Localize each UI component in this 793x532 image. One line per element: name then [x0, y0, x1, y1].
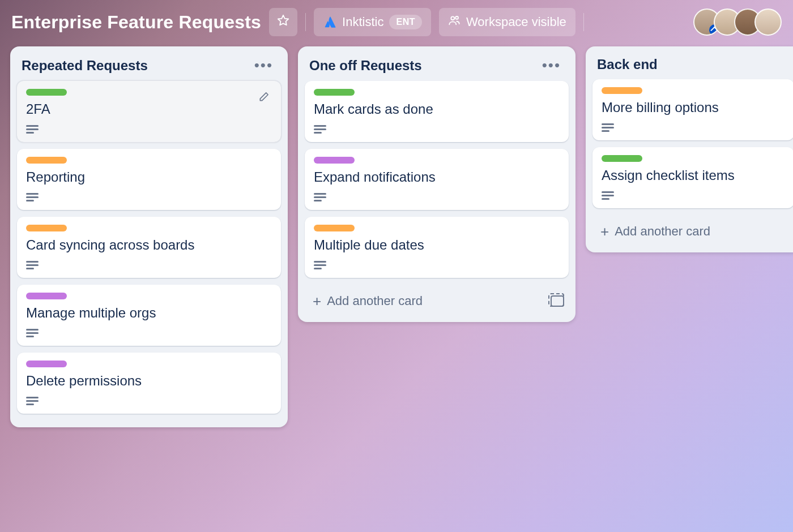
list-title[interactable]: Repeated Requests [22, 58, 251, 74]
atlassian-logo-icon [323, 15, 336, 29]
card-label[interactable] [602, 155, 642, 162]
workspace-button[interactable]: Inktistic ENT [314, 8, 431, 36]
divider [583, 13, 584, 31]
workspace-tier-badge: ENT [389, 15, 422, 29]
card-title: 2FA [26, 101, 272, 117]
star-icon [277, 14, 289, 30]
plus-icon: + [313, 294, 321, 308]
card-label[interactable] [314, 225, 355, 231]
add-card-button[interactable]: + Add another card [309, 289, 544, 313]
card-label[interactable] [26, 89, 67, 96]
visibility-button[interactable]: Workspace visible [439, 8, 575, 36]
list-header: Back end [592, 53, 793, 79]
list-title[interactable]: Back end [597, 57, 790, 72]
card[interactable]: Expand notifications [305, 149, 569, 210]
card-title: Card syncing across boards [26, 237, 272, 253]
member-avatar[interactable] [754, 8, 782, 36]
description-icon [26, 261, 39, 270]
board-canvas: Repeated Requests ••• 2FA Reporting Card… [0, 46, 793, 527]
card[interactable]: Card syncing across boards [17, 217, 281, 278]
card-label[interactable] [26, 225, 67, 231]
list-repeated-requests: Repeated Requests ••• 2FA Reporting Card… [10, 46, 288, 427]
card-title: Assign checklist items [602, 168, 785, 183]
card-label[interactable] [26, 157, 67, 164]
card-template-button[interactable] [551, 295, 564, 307]
list-one-off-requests: One off Requests ••• Mark cards as done … [298, 46, 575, 322]
people-icon [448, 14, 461, 30]
card-label[interactable] [26, 361, 67, 367]
card-title: Multiple due dates [314, 237, 560, 253]
svg-point-2 [455, 16, 458, 19]
list-title[interactable]: One off Requests [309, 58, 539, 74]
card[interactable]: Mark cards as done [305, 81, 569, 142]
card-title: More billing options [602, 100, 785, 115]
description-icon [26, 329, 39, 338]
card-label[interactable] [26, 293, 67, 299]
board-members [693, 8, 782, 36]
card[interactable]: 2FA [17, 81, 281, 142]
divider [305, 13, 306, 31]
svg-marker-0 [278, 15, 288, 25]
card-label[interactable] [314, 89, 355, 96]
card[interactable]: Assign checklist items [592, 147, 793, 208]
description-icon [602, 191, 614, 200]
list-back-end: Back end More billing options Assign che… [586, 46, 793, 252]
add-card-label: Add another card [327, 294, 423, 308]
list-header: One off Requests ••• [305, 53, 569, 81]
svg-point-1 [451, 16, 454, 20]
description-icon [314, 193, 326, 202]
card-title: Mark cards as done [314, 101, 560, 117]
add-card-button[interactable]: + Add another card [597, 220, 790, 243]
list-menu-button[interactable]: ••• [251, 57, 276, 74]
list-menu-button[interactable]: ••• [539, 57, 564, 74]
ellipsis-icon: ••• [542, 57, 561, 74]
card-title: Expand notifications [314, 169, 560, 185]
edit-card-button[interactable] [255, 89, 273, 107]
ellipsis-icon: ••• [254, 57, 273, 74]
list-footer: + Add another card [592, 215, 793, 246]
card[interactable]: Manage multiple orgs [17, 285, 281, 346]
pencil-icon [258, 91, 270, 105]
card-title: Delete permissions [26, 373, 272, 389]
card-title: Manage multiple orgs [26, 305, 272, 321]
plus-icon: + [600, 224, 609, 239]
card[interactable]: More billing options [592, 79, 793, 140]
description-icon [26, 125, 39, 134]
description-icon [314, 125, 326, 134]
list-footer: + Add another card [305, 285, 569, 315]
star-button[interactable] [269, 8, 297, 36]
board-title[interactable]: Enterprise Feature Requests [11, 12, 261, 33]
card[interactable]: Reporting [17, 149, 281, 210]
description-icon [26, 193, 39, 202]
board-header: Enterprise Feature Requests Inktistic EN… [0, 0, 793, 46]
list-header: Repeated Requests ••• [17, 53, 281, 81]
description-icon [602, 123, 614, 132]
description-icon [26, 397, 39, 406]
card-label[interactable] [314, 157, 355, 164]
description-icon [314, 261, 326, 270]
visibility-label: Workspace visible [466, 15, 566, 29]
add-card-label: Add another card [615, 224, 710, 239]
card[interactable]: Multiple due dates [305, 217, 569, 278]
card-title: Reporting [26, 169, 272, 185]
card-label[interactable] [602, 87, 642, 94]
card[interactable]: Delete permissions [17, 353, 281, 414]
workspace-name: Inktistic [342, 15, 383, 29]
